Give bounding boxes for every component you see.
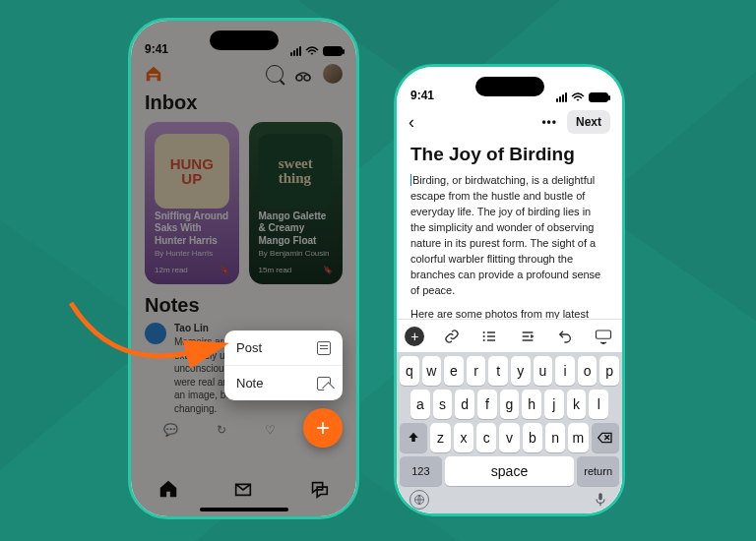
battery-icon — [589, 92, 608, 102]
key-w[interactable]: w — [422, 356, 442, 386]
key-u[interactable]: u — [534, 356, 553, 386]
key-o[interactable]: o — [578, 356, 598, 386]
keyboard-dismiss-icon[interactable] — [593, 326, 614, 347]
like-icon[interactable]: ♡ — [265, 423, 276, 437]
phone-mock-left: 9:41 Inbox HUNGUP Sniffin — [128, 18, 359, 519]
key-b[interactable]: b — [523, 423, 542, 452]
key-x[interactable]: x — [454, 423, 473, 452]
style-icon[interactable] — [517, 326, 538, 347]
search-icon[interactable] — [266, 65, 284, 83]
profile-avatar[interactable] — [323, 64, 343, 84]
insert-block-icon[interactable]: + — [405, 327, 424, 346]
editor-body[interactable]: The Joy of Birding Birding, or birdwatch… — [397, 140, 622, 319]
key-g[interactable]: g — [500, 390, 520, 419]
space-key[interactable]: space — [445, 456, 575, 486]
dictation-icon[interactable] — [594, 492, 609, 508]
phone-mock-right: 9:41 ‹ ••• Next The Joy of Birding Birdi… — [394, 64, 625, 516]
activity-icon[interactable] — [293, 65, 313, 83]
key-p[interactable]: p — [599, 356, 619, 386]
status-time: 9:41 — [410, 89, 434, 102]
backspace-key[interactable] — [592, 423, 619, 452]
inbox-card[interactable]: HUNGUP Sniffing Around Saks With Hunter … — [145, 122, 239, 284]
post-paragraph[interactable]: Here are some photos from my latest jaun… — [410, 307, 608, 320]
card-readtime: 15m read — [259, 266, 292, 274]
svg-point-3 — [483, 334, 485, 336]
compose-menu: Post Note — [224, 331, 343, 400]
key-c[interactable]: c — [476, 423, 496, 452]
back-icon[interactable]: ‹ — [409, 112, 414, 133]
key-h[interactable]: h — [522, 390, 541, 419]
svg-point-2 — [483, 331, 485, 332]
status-time: 9:41 — [145, 42, 168, 56]
post-paragraph[interactable]: Birding, or birdwatching, is a delightfu… — [410, 173, 608, 299]
undo-icon[interactable] — [554, 326, 576, 347]
card-author: By Benjamin Cousin — [259, 249, 334, 258]
return-key[interactable]: return — [577, 456, 619, 486]
key-y[interactable]: y — [511, 356, 531, 386]
next-button[interactable]: Next — [567, 110, 610, 134]
svg-rect-7 — [598, 493, 601, 500]
globe-icon[interactable] — [410, 490, 429, 510]
numbers-key[interactable]: 123 — [400, 456, 442, 486]
note-avatar — [145, 323, 166, 344]
compose-option-label: Post — [236, 340, 262, 355]
compose-fab[interactable]: + — [303, 408, 343, 448]
wifi-icon — [305, 46, 319, 56]
restack-icon[interactable]: ↻ — [217, 423, 226, 437]
key-r[interactable]: r — [467, 356, 486, 386]
tab-home-icon[interactable] — [158, 478, 179, 500]
key-z[interactable]: z — [430, 423, 450, 452]
status-indicators — [290, 46, 343, 56]
key-v[interactable]: v — [499, 423, 519, 452]
key-s[interactable]: s — [433, 390, 453, 419]
card-author: By Hunter Harris — [155, 249, 229, 258]
text-cursor — [410, 174, 411, 186]
key-a[interactable]: a — [410, 390, 430, 419]
section-title-inbox: Inbox — [131, 88, 356, 122]
card-artwork: sweetthing — [258, 134, 333, 209]
dynamic-island — [210, 30, 279, 50]
keyboard-row: qwertyuiop — [400, 356, 619, 386]
card-title: Sniffing Around Saks With Hunter Harris — [155, 210, 229, 248]
svg-rect-5 — [596, 331, 610, 338]
svg-point-1 — [304, 75, 310, 81]
reply-icon[interactable]: 💬 — [163, 423, 178, 437]
key-i[interactable]: i — [555, 356, 575, 386]
key-d[interactable]: d — [455, 390, 474, 419]
backspace-icon — [598, 432, 613, 444]
compose-option-note[interactable]: Note — [224, 365, 343, 400]
inbox-card[interactable]: sweetthing Mango Galette & Creamy Mango … — [249, 122, 344, 284]
key-t[interactable]: t — [488, 356, 508, 386]
app-logo-icon — [145, 65, 162, 83]
key-k[interactable]: k — [567, 390, 587, 419]
inbox-card-row[interactable]: HUNGUP Sniffing Around Saks With Hunter … — [131, 122, 356, 284]
compose-option-post[interactable]: Post — [224, 331, 343, 365]
keyboard-row: zxcvbnm — [400, 423, 619, 452]
bookmark-icon[interactable]: 🔖 — [323, 266, 333, 274]
link-icon[interactable] — [441, 326, 463, 347]
key-f[interactable]: f — [477, 390, 497, 419]
tab-inbox-icon[interactable] — [232, 478, 254, 500]
tab-chat-icon[interactable] — [308, 478, 330, 500]
svg-point-4 — [483, 338, 485, 340]
shift-key[interactable] — [400, 423, 427, 452]
keyboard-row: 123 space return — [400, 456, 619, 486]
card-artwork: HUNGUP — [155, 134, 229, 209]
key-m[interactable]: m — [568, 423, 588, 452]
post-title[interactable]: The Joy of Birding — [410, 144, 608, 165]
bookmark-icon[interactable]: 🔖 — [220, 266, 229, 274]
svg-point-0 — [296, 75, 302, 81]
card-readtime: 12m read — [155, 266, 188, 274]
ios-keyboard: qwertyuiop asdfghjkl zxcvbnm 123 space r… — [397, 352, 622, 513]
key-e[interactable]: e — [444, 356, 464, 386]
key-q[interactable]: q — [400, 356, 419, 386]
key-l[interactable]: l — [589, 390, 608, 419]
bullet-list-icon[interactable] — [478, 326, 500, 347]
editor-toolbar: + — [397, 319, 622, 352]
status-indicators — [556, 92, 608, 102]
key-n[interactable]: n — [545, 423, 565, 452]
cell-signal-icon — [290, 46, 301, 56]
section-title-notes: Notes — [145, 294, 343, 323]
more-icon[interactable]: ••• — [541, 115, 557, 129]
key-j[interactable]: j — [544, 390, 564, 419]
